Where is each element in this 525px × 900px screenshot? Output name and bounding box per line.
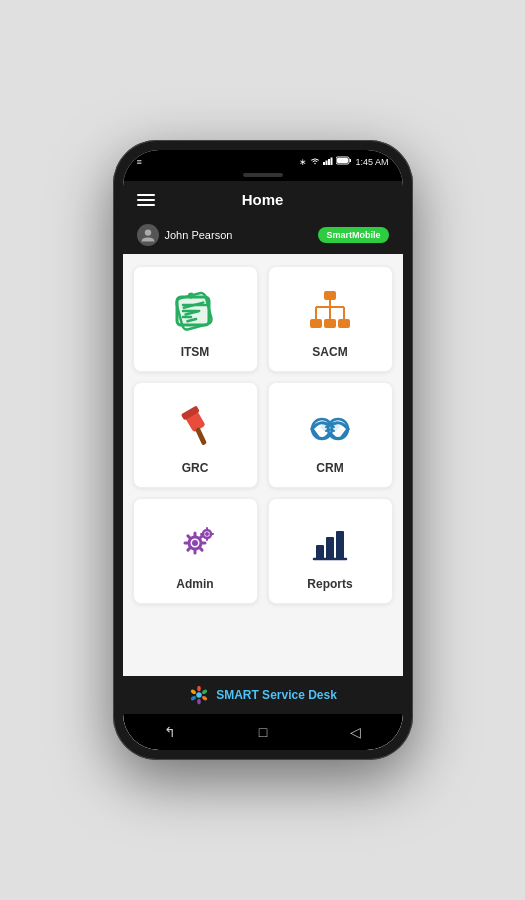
recent-apps-button[interactable]: ↰ — [154, 722, 186, 742]
signal-icon — [323, 157, 333, 167]
svg-point-50 — [201, 695, 208, 701]
sacm-tile[interactable]: SACM — [268, 266, 393, 372]
phone-screen: ≡ ∗ 1:45 AM — [123, 150, 403, 750]
svg-rect-2 — [328, 159, 330, 165]
admin-icon — [169, 517, 221, 569]
svg-line-36 — [188, 548, 190, 550]
speaker-bar — [123, 171, 403, 181]
status-bar: ≡ ∗ 1:45 AM — [123, 150, 403, 171]
svg-line-33 — [188, 536, 190, 538]
battery-icon — [336, 156, 352, 167]
crm-tile[interactable]: CRM — [268, 382, 393, 488]
grc-icon — [169, 401, 221, 453]
smart-mobile-badge: SmartMobile — [318, 227, 388, 243]
svg-rect-44 — [316, 545, 324, 559]
reports-label: Reports — [307, 577, 352, 591]
admin-label: Admin — [176, 577, 213, 591]
bottom-nav: ↰ □ ◁ — [123, 714, 403, 750]
wifi-icon — [310, 157, 320, 167]
svg-rect-14 — [324, 319, 336, 328]
nav-header: Home — [123, 181, 403, 218]
svg-rect-23 — [195, 427, 207, 445]
crm-label: CRM — [316, 461, 343, 475]
brand-logo-icon — [188, 684, 210, 706]
app-grid: ITSM — [133, 266, 393, 604]
reports-icon — [304, 517, 356, 569]
svg-rect-5 — [337, 158, 348, 163]
speaker — [243, 173, 283, 177]
svg-point-53 — [190, 689, 197, 695]
svg-line-35 — [200, 536, 202, 538]
svg-point-28 — [192, 540, 198, 546]
sacm-icon — [304, 285, 356, 337]
itsm-icon — [169, 285, 221, 337]
svg-point-47 — [196, 692, 202, 698]
hamburger-button[interactable] — [137, 194, 155, 206]
grc-label: GRC — [182, 461, 209, 475]
user-name: John Pearson — [165, 229, 233, 241]
page-title: Home — [242, 191, 284, 208]
svg-point-52 — [190, 695, 197, 701]
user-bar: John Pearson SmartMobile — [123, 218, 403, 254]
crm-icon — [304, 401, 356, 453]
home-button[interactable]: □ — [249, 722, 277, 742]
svg-rect-45 — [326, 537, 334, 559]
bluetooth-icon: ∗ — [299, 157, 307, 167]
svg-rect-13 — [310, 319, 322, 328]
svg-rect-1 — [326, 160, 328, 165]
brand-text: SMART Service Desk — [216, 688, 337, 702]
itsm-tile[interactable]: ITSM — [133, 266, 258, 372]
svg-point-49 — [201, 689, 208, 695]
admin-tile[interactable]: Admin — [133, 498, 258, 604]
avatar — [137, 224, 159, 246]
svg-rect-12 — [324, 291, 336, 300]
time-display: 1:45 AM — [355, 157, 388, 167]
svg-point-7 — [144, 229, 150, 235]
svg-rect-6 — [350, 159, 352, 162]
svg-rect-0 — [323, 162, 325, 165]
phone-frame: ≡ ∗ 1:45 AM — [113, 140, 413, 760]
reports-tile[interactable]: Reports — [268, 498, 393, 604]
svg-rect-46 — [336, 531, 344, 559]
status-left: ≡ — [137, 157, 142, 167]
brand-bar: SMART Service Desk — [123, 676, 403, 714]
svg-rect-3 — [331, 157, 333, 165]
itsm-label: ITSM — [181, 345, 210, 359]
svg-point-38 — [205, 532, 209, 536]
svg-point-48 — [197, 686, 201, 692]
status-right: ∗ 1:45 AM — [299, 156, 388, 167]
svg-rect-15 — [338, 319, 350, 328]
grc-tile[interactable]: GRC — [133, 382, 258, 488]
menu-icon: ≡ — [137, 157, 142, 167]
svg-point-51 — [197, 699, 201, 705]
back-button[interactable]: ◁ — [340, 722, 371, 742]
user-info: John Pearson — [137, 224, 233, 246]
sacm-label: SACM — [312, 345, 347, 359]
main-content: ITSM — [123, 254, 403, 676]
svg-line-34 — [200, 548, 202, 550]
